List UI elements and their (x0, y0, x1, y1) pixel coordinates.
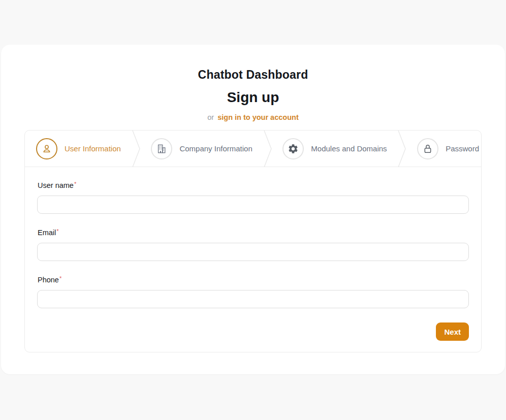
lock-icon (417, 138, 438, 159)
phone-input[interactable] (37, 290, 469, 308)
step-separator-chevron (252, 131, 283, 167)
step-label: Company Information (179, 144, 252, 153)
step-label: User Information (65, 144, 121, 153)
signin-prefix: or (207, 113, 214, 121)
required-asterisk: * (74, 181, 76, 187)
form-actions: Next (37, 322, 469, 341)
signin-link[interactable]: sign in to your account (217, 113, 299, 121)
page-title: Sign up (1, 89, 505, 106)
phone-label: Phone* (38, 276, 61, 284)
step-separator-chevron (121, 131, 151, 167)
signup-header: Chatbot Dashboard Sign up or sign in to … (1, 45, 505, 121)
signin-row: or sign in to your account (1, 113, 505, 121)
signup-form-body: User name* Email* Phone* Next (25, 167, 481, 352)
next-button[interactable]: Next (436, 322, 469, 341)
building-icon (151, 138, 172, 159)
signup-form-card: User Information (24, 130, 482, 352)
step-company-information[interactable]: Company Information (151, 138, 252, 159)
user-icon (36, 138, 57, 159)
stepper: User Information (25, 131, 481, 167)
step-label: Modules and Domains (311, 144, 387, 153)
step-user-information[interactable]: User Information (36, 138, 121, 159)
app-title: Chatbot Dashboard (1, 68, 505, 82)
email-label: Email* (38, 229, 59, 237)
step-password[interactable]: Password (417, 138, 479, 159)
gear-icon (282, 138, 304, 159)
step-modules-and-domains[interactable]: Modules and Domains (282, 138, 387, 159)
required-asterisk: * (56, 228, 58, 234)
username-input[interactable] (37, 196, 469, 214)
signup-card: Chatbot Dashboard Sign up or sign in to … (1, 45, 505, 374)
phone-field-group: Phone* (37, 275, 469, 308)
email-field-group: Email* (37, 228, 469, 261)
required-asterisk: * (59, 275, 61, 281)
username-label: User name* (38, 181, 76, 189)
email-input[interactable] (37, 243, 469, 261)
step-separator-chevron (387, 131, 418, 167)
step-label: Password (446, 144, 479, 153)
username-field-group: User name* (37, 181, 469, 214)
